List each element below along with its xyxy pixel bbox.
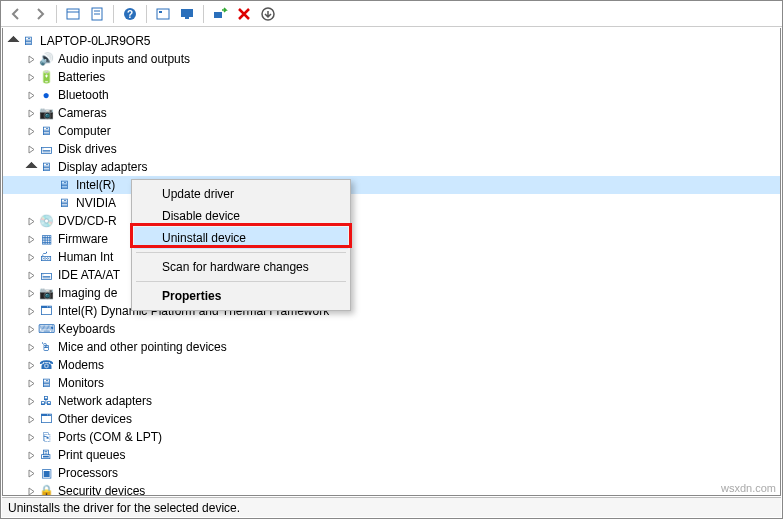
- device-icon: 🔋: [38, 69, 54, 85]
- expand-arrow-icon[interactable]: [25, 323, 37, 335]
- device-icon: 🖥: [38, 123, 54, 139]
- tree-category[interactable]: ●Bluetooth: [3, 86, 780, 104]
- menu-scan-hardware[interactable]: Scan for hardware changes: [134, 256, 348, 278]
- node-label: Processors: [58, 466, 118, 480]
- tree-category[interactable]: 🖧Network adapters: [3, 392, 780, 410]
- scan-toolbar-button[interactable]: [209, 3, 231, 25]
- status-bar: Uninstalls the driver for the selected d…: [2, 497, 781, 517]
- tree-category[interactable]: 🔊Audio inputs and outputs: [3, 50, 780, 68]
- node-label: NVIDIA: [76, 196, 116, 210]
- device-icon: ☎: [38, 357, 54, 373]
- expand-arrow-icon[interactable]: [25, 467, 37, 479]
- expand-arrow-icon[interactable]: [25, 287, 37, 299]
- expand-arrow-icon[interactable]: [25, 413, 37, 425]
- tree-category[interactable]: 🖶Print queues: [3, 446, 780, 464]
- expand-arrow-icon[interactable]: [25, 341, 37, 353]
- node-label: Print queues: [58, 448, 125, 462]
- expand-arrow-icon[interactable]: [25, 449, 37, 461]
- tree-category[interactable]: ⎘Ports (COM & LPT): [3, 428, 780, 446]
- tree-device[interactable]: 🖥NVIDIA: [3, 194, 780, 212]
- expand-arrow-icon[interactable]: [25, 215, 37, 227]
- svg-rect-11: [214, 12, 222, 18]
- device-icon: 🖥: [56, 195, 72, 211]
- node-label: Mice and other pointing devices: [58, 340, 227, 354]
- more-button[interactable]: [257, 3, 279, 25]
- view-button[interactable]: [176, 3, 198, 25]
- node-label: Disk drives: [58, 142, 117, 156]
- node-label: Computer: [58, 124, 111, 138]
- node-label: Monitors: [58, 376, 104, 390]
- tree-category[interactable]: ▣Processors: [3, 464, 780, 482]
- collapse-arrow-icon[interactable]: [7, 35, 19, 47]
- expand-arrow-icon[interactable]: [25, 359, 37, 371]
- node-label: Modems: [58, 358, 104, 372]
- tree-device[interactable]: 🖥Intel(R): [3, 176, 780, 194]
- node-label: Batteries: [58, 70, 105, 84]
- expand-arrow-icon[interactable]: [25, 485, 37, 495]
- tree-category[interactable]: 🗔Intel(R) Dynamic Platform and Thermal F…: [3, 302, 780, 320]
- node-label: Imaging de: [58, 286, 117, 300]
- svg-rect-8: [159, 11, 162, 13]
- expand-arrow-icon[interactable]: [25, 71, 37, 83]
- menu-properties[interactable]: Properties: [134, 285, 348, 307]
- device-icon: 🖮: [38, 249, 54, 265]
- expand-arrow-icon[interactable]: [25, 53, 37, 65]
- node-label: IDE ATA/AT: [58, 268, 120, 282]
- tree-category[interactable]: 💿DVD/CD-R: [3, 212, 780, 230]
- tree-root[interactable]: 🖥LAPTOP-0LJR9OR5: [3, 32, 780, 50]
- expand-arrow-icon[interactable]: [25, 305, 37, 317]
- action-button[interactable]: [152, 3, 174, 25]
- forward-button[interactable]: [29, 3, 51, 25]
- menu-disable-device[interactable]: Disable device: [134, 205, 348, 227]
- device-icon: 📷: [38, 285, 54, 301]
- collapse-arrow-icon[interactable]: [25, 161, 37, 173]
- device-icon: ●: [38, 87, 54, 103]
- back-button[interactable]: [5, 3, 27, 25]
- expand-arrow-icon[interactable]: [25, 89, 37, 101]
- menu-update-driver[interactable]: Update driver: [134, 183, 348, 205]
- tree-category[interactable]: 🖥Computer: [3, 122, 780, 140]
- tree-category[interactable]: 📷Imaging de: [3, 284, 780, 302]
- device-icon: 🖶: [38, 447, 54, 463]
- node-label: Display adapters: [58, 160, 147, 174]
- toolbar-sep: [146, 5, 147, 23]
- expand-arrow-icon[interactable]: [25, 251, 37, 263]
- node-label: DVD/CD-R: [58, 214, 117, 228]
- tree-category[interactable]: 🖱Mice and other pointing devices: [3, 338, 780, 356]
- properties-toolbar-button[interactable]: [86, 3, 108, 25]
- expand-arrow-icon[interactable]: [25, 233, 37, 245]
- device-icon: ⌨: [38, 321, 54, 337]
- expand-arrow-icon[interactable]: [25, 125, 37, 137]
- tree-category[interactable]: ⌨Keyboards: [3, 320, 780, 338]
- node-label: Ports (COM & LPT): [58, 430, 162, 444]
- tree-category[interactable]: 📷Cameras: [3, 104, 780, 122]
- toolbar-sep: [203, 5, 204, 23]
- node-label: Other devices: [58, 412, 132, 426]
- expand-arrow-icon[interactable]: [25, 143, 37, 155]
- show-hidden-button[interactable]: [62, 3, 84, 25]
- expand-arrow-icon[interactable]: [25, 377, 37, 389]
- tree-category[interactable]: 🖥Monitors: [3, 374, 780, 392]
- remove-button[interactable]: [233, 3, 255, 25]
- tree-category[interactable]: 🖴IDE ATA/AT: [3, 266, 780, 284]
- tree-category[interactable]: ▦Firmware: [3, 230, 780, 248]
- tree-category[interactable]: ☎Modems: [3, 356, 780, 374]
- expand-arrow-icon[interactable]: [25, 395, 37, 407]
- tree-category[interactable]: 🖥Display adapters: [3, 158, 780, 176]
- node-label: Audio inputs and outputs: [58, 52, 190, 66]
- device-tree[interactable]: 🖥LAPTOP-0LJR9OR5🔊Audio inputs and output…: [3, 28, 780, 495]
- tree-category[interactable]: 🗔Other devices: [3, 410, 780, 428]
- tree-category[interactable]: 🖮Human Int: [3, 248, 780, 266]
- expand-arrow-icon[interactable]: [25, 107, 37, 119]
- device-icon: 📷: [38, 105, 54, 121]
- tree-category[interactable]: 🔋Batteries: [3, 68, 780, 86]
- tree-category[interactable]: 🖴Disk drives: [3, 140, 780, 158]
- expand-arrow-icon[interactable]: [25, 431, 37, 443]
- menu-uninstall-device[interactable]: Uninstall device: [134, 227, 348, 249]
- device-icon: 🖴: [38, 267, 54, 283]
- svg-rect-9: [181, 9, 193, 17]
- expand-arrow-icon[interactable]: [25, 269, 37, 281]
- toolbar-sep: [56, 5, 57, 23]
- help-button[interactable]: ?: [119, 3, 141, 25]
- tree-category[interactable]: 🔒Security devices: [3, 482, 780, 495]
